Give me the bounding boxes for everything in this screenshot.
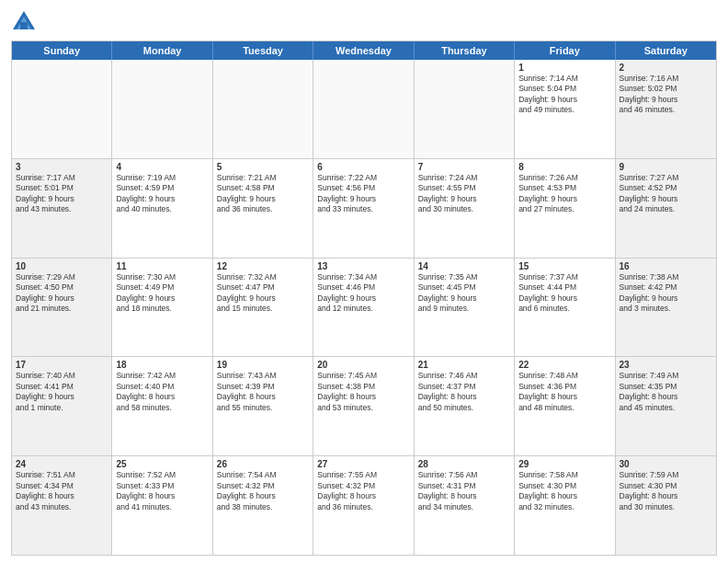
day-number: 10 bbox=[16, 261, 108, 271]
cal-cell: 7Sunrise: 7:24 AM Sunset: 4:55 PM Daylig… bbox=[415, 159, 515, 258]
cal-cell bbox=[313, 60, 414, 158]
header-day-friday: Friday bbox=[515, 41, 615, 60]
day-number: 18 bbox=[116, 360, 208, 370]
cal-cell: 16Sunrise: 7:38 AM Sunset: 4:42 PM Dayli… bbox=[616, 259, 716, 357]
cal-cell: 21Sunrise: 7:46 AM Sunset: 4:37 PM Dayli… bbox=[415, 357, 515, 455]
cal-cell: 19Sunrise: 7:43 AM Sunset: 4:39 PM Dayli… bbox=[213, 357, 313, 455]
cal-row-3: 10Sunrise: 7:29 AM Sunset: 4:50 PM Dayli… bbox=[12, 258, 716, 357]
cal-cell: 5Sunrise: 7:21 AM Sunset: 4:58 PM Daylig… bbox=[213, 159, 313, 258]
cal-cell: 30Sunrise: 7:59 AM Sunset: 4:30 PM Dayli… bbox=[616, 456, 716, 555]
cal-cell: 9Sunrise: 7:27 AM Sunset: 4:52 PM Daylig… bbox=[616, 159, 716, 258]
day-info: Sunrise: 7:56 AM Sunset: 4:31 PM Dayligh… bbox=[418, 470, 510, 512]
calendar-body: 1Sunrise: 7:14 AM Sunset: 5:04 PM Daylig… bbox=[12, 60, 716, 555]
day-info: Sunrise: 7:34 AM Sunset: 4:46 PM Dayligh… bbox=[317, 272, 409, 315]
day-number: 22 bbox=[518, 360, 610, 370]
cal-cell: 26Sunrise: 7:54 AM Sunset: 4:32 PM Dayli… bbox=[213, 456, 313, 555]
cal-cell: 8Sunrise: 7:26 AM Sunset: 4:53 PM Daylig… bbox=[515, 159, 615, 258]
day-number: 27 bbox=[317, 459, 409, 469]
cal-row-1: 1Sunrise: 7:14 AM Sunset: 5:04 PM Daylig… bbox=[12, 60, 716, 158]
cal-cell: 17Sunrise: 7:40 AM Sunset: 4:41 PM Dayli… bbox=[12, 357, 112, 455]
day-number: 17 bbox=[16, 360, 108, 370]
cal-cell: 24Sunrise: 7:51 AM Sunset: 4:34 PM Dayli… bbox=[12, 456, 112, 555]
cal-cell bbox=[12, 60, 112, 158]
day-info: Sunrise: 7:52 AM Sunset: 4:33 PM Dayligh… bbox=[116, 470, 208, 512]
day-info: Sunrise: 7:54 AM Sunset: 4:32 PM Dayligh… bbox=[217, 470, 309, 512]
cal-cell: 20Sunrise: 7:45 AM Sunset: 4:38 PM Dayli… bbox=[313, 357, 414, 455]
logo-icon bbox=[11, 9, 37, 35]
day-number: 30 bbox=[620, 459, 712, 469]
header-day-wednesday: Wednesday bbox=[313, 41, 414, 60]
cal-cell: 13Sunrise: 7:34 AM Sunset: 4:46 PM Dayli… bbox=[313, 259, 414, 357]
day-number: 25 bbox=[116, 459, 208, 469]
cal-cell: 11Sunrise: 7:30 AM Sunset: 4:49 PM Dayli… bbox=[112, 259, 212, 357]
day-info: Sunrise: 7:14 AM Sunset: 5:04 PM Dayligh… bbox=[518, 74, 610, 116]
calendar: SundayMondayTuesdayWednesdayThursdayFrid… bbox=[11, 40, 717, 556]
cal-cell: 2Sunrise: 7:16 AM Sunset: 5:02 PM Daylig… bbox=[616, 60, 716, 158]
cal-cell: 14Sunrise: 7:35 AM Sunset: 4:45 PM Dayli… bbox=[415, 259, 515, 357]
day-info: Sunrise: 7:42 AM Sunset: 4:40 PM Dayligh… bbox=[116, 371, 208, 413]
day-info: Sunrise: 7:21 AM Sunset: 4:58 PM Dayligh… bbox=[217, 173, 309, 215]
day-number: 16 bbox=[620, 261, 712, 271]
day-info: Sunrise: 7:37 AM Sunset: 4:44 PM Dayligh… bbox=[518, 272, 610, 315]
cal-cell: 6Sunrise: 7:22 AM Sunset: 4:56 PM Daylig… bbox=[313, 159, 414, 258]
cal-cell bbox=[415, 60, 515, 158]
header-day-thursday: Thursday bbox=[415, 41, 515, 60]
day-info: Sunrise: 7:51 AM Sunset: 4:34 PM Dayligh… bbox=[16, 470, 108, 512]
day-number: 4 bbox=[116, 162, 208, 172]
day-number: 8 bbox=[518, 162, 610, 172]
page: SundayMondayTuesdayWednesdayThursdayFrid… bbox=[0, 0, 728, 563]
header-day-sunday: Sunday bbox=[12, 41, 112, 60]
cal-row-5: 24Sunrise: 7:51 AM Sunset: 4:34 PM Dayli… bbox=[12, 455, 716, 555]
day-number: 15 bbox=[518, 261, 610, 271]
cal-cell: 18Sunrise: 7:42 AM Sunset: 4:40 PM Dayli… bbox=[112, 357, 212, 455]
day-info: Sunrise: 7:48 AM Sunset: 4:36 PM Dayligh… bbox=[518, 371, 610, 413]
cal-cell: 23Sunrise: 7:49 AM Sunset: 4:35 PM Dayli… bbox=[616, 357, 716, 455]
day-number: 14 bbox=[418, 261, 510, 271]
day-number: 11 bbox=[116, 261, 208, 271]
day-number: 6 bbox=[317, 162, 409, 172]
day-number: 7 bbox=[418, 162, 510, 172]
header-day-monday: Monday bbox=[112, 41, 212, 60]
day-number: 29 bbox=[518, 459, 610, 469]
day-info: Sunrise: 7:38 AM Sunset: 4:42 PM Dayligh… bbox=[620, 272, 712, 315]
cal-cell: 4Sunrise: 7:19 AM Sunset: 4:59 PM Daylig… bbox=[112, 159, 212, 258]
cal-cell: 27Sunrise: 7:55 AM Sunset: 4:32 PM Dayli… bbox=[313, 456, 414, 555]
day-info: Sunrise: 7:24 AM Sunset: 4:55 PM Dayligh… bbox=[418, 173, 510, 215]
day-number: 2 bbox=[620, 63, 712, 73]
day-number: 5 bbox=[217, 162, 309, 172]
day-number: 3 bbox=[16, 162, 108, 172]
day-info: Sunrise: 7:55 AM Sunset: 4:32 PM Dayligh… bbox=[317, 470, 409, 512]
cal-cell: 25Sunrise: 7:52 AM Sunset: 4:33 PM Dayli… bbox=[112, 456, 212, 555]
header bbox=[11, 9, 717, 35]
day-info: Sunrise: 7:17 AM Sunset: 5:01 PM Dayligh… bbox=[16, 173, 108, 215]
cal-cell: 3Sunrise: 7:17 AM Sunset: 5:01 PM Daylig… bbox=[12, 159, 112, 258]
day-number: 23 bbox=[620, 360, 712, 370]
day-number: 12 bbox=[217, 261, 309, 271]
day-info: Sunrise: 7:46 AM Sunset: 4:37 PM Dayligh… bbox=[418, 371, 510, 413]
day-info: Sunrise: 7:22 AM Sunset: 4:56 PM Dayligh… bbox=[317, 173, 409, 215]
day-info: Sunrise: 7:29 AM Sunset: 4:50 PM Dayligh… bbox=[16, 272, 108, 315]
day-info: Sunrise: 7:40 AM Sunset: 4:41 PM Dayligh… bbox=[16, 371, 108, 413]
day-number: 21 bbox=[418, 360, 510, 370]
day-info: Sunrise: 7:19 AM Sunset: 4:59 PM Dayligh… bbox=[116, 173, 208, 215]
cal-cell: 12Sunrise: 7:32 AM Sunset: 4:47 PM Dayli… bbox=[213, 259, 313, 357]
cal-cell: 28Sunrise: 7:56 AM Sunset: 4:31 PM Dayli… bbox=[415, 456, 515, 555]
day-info: Sunrise: 7:59 AM Sunset: 4:30 PM Dayligh… bbox=[620, 470, 712, 512]
cal-cell: 10Sunrise: 7:29 AM Sunset: 4:50 PM Dayli… bbox=[12, 259, 112, 357]
cal-row-2: 3Sunrise: 7:17 AM Sunset: 5:01 PM Daylig… bbox=[12, 158, 716, 258]
day-info: Sunrise: 7:26 AM Sunset: 4:53 PM Dayligh… bbox=[518, 173, 610, 215]
cal-cell bbox=[112, 60, 212, 158]
day-info: Sunrise: 7:27 AM Sunset: 4:52 PM Dayligh… bbox=[620, 173, 712, 215]
cal-cell: 1Sunrise: 7:14 AM Sunset: 5:04 PM Daylig… bbox=[515, 60, 615, 158]
day-number: 24 bbox=[16, 459, 108, 469]
svg-rect-2 bbox=[20, 22, 28, 29]
day-number: 26 bbox=[217, 459, 309, 469]
day-info: Sunrise: 7:43 AM Sunset: 4:39 PM Dayligh… bbox=[217, 371, 309, 413]
day-number: 9 bbox=[620, 162, 712, 172]
header-day-saturday: Saturday bbox=[616, 41, 716, 60]
day-info: Sunrise: 7:30 AM Sunset: 4:49 PM Dayligh… bbox=[116, 272, 208, 315]
cal-cell bbox=[213, 60, 313, 158]
day-number: 1 bbox=[518, 63, 610, 73]
day-info: Sunrise: 7:32 AM Sunset: 4:47 PM Dayligh… bbox=[217, 272, 309, 315]
header-day-tuesday: Tuesday bbox=[213, 41, 313, 60]
